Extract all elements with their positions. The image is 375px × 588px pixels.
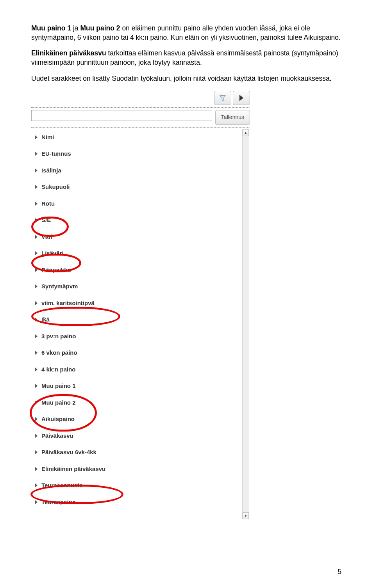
list-item-label: Päiväkasvu xyxy=(41,432,73,440)
scroll-up-icon[interactable]: ▲ xyxy=(243,129,249,136)
list-item-label: Rotu xyxy=(41,200,55,208)
filter-button[interactable] xyxy=(214,91,231,105)
save-button-label: Tallennus xyxy=(221,114,244,121)
list-item[interactable]: Muu paino 1 xyxy=(33,378,241,394)
list-item[interactable]: Elinikäinen päiväkasvu xyxy=(33,461,241,478)
chevron-right-icon xyxy=(35,202,38,206)
list-item[interactable]: Sukupuoli xyxy=(33,179,241,195)
play-icon xyxy=(239,95,243,101)
list-item-label: Nimi xyxy=(41,133,54,142)
list-item-label: Muu paino 2 xyxy=(41,399,76,407)
list-item[interactable]: 6 vkon paino xyxy=(33,345,241,361)
chevron-right-icon xyxy=(35,384,38,388)
chevron-right-icon xyxy=(35,284,38,288)
scroll-down-icon[interactable]: ▼ xyxy=(243,512,249,519)
list-item-label: Syntymäpvm xyxy=(41,282,78,291)
para1-mid: ja xyxy=(71,24,80,32)
list-item-label: Teuraspaino xyxy=(41,498,76,506)
search-input[interactable] xyxy=(31,110,212,121)
list-item-label: Isälinja xyxy=(41,167,61,175)
list-item-label: Ikä xyxy=(41,316,50,324)
chevron-right-icon xyxy=(35,185,38,189)
list-item[interactable]: Rotu xyxy=(33,195,241,212)
chevron-right-icon xyxy=(35,417,38,421)
save-button[interactable]: Tallennus xyxy=(215,110,250,125)
list-item[interactable]: viim. karitsointipvä xyxy=(33,295,241,312)
list-item[interactable]: Ikä xyxy=(33,311,241,328)
chevron-right-icon xyxy=(35,368,38,371)
list-item-label: Päiväkasvu 6vk-4kk xyxy=(41,448,96,457)
list-item-label: 4 kk:n paino xyxy=(41,366,76,374)
toolbar xyxy=(31,89,250,107)
chevron-right-icon xyxy=(35,334,38,338)
chevron-right-icon xyxy=(35,268,38,272)
chevron-right-icon xyxy=(35,450,38,454)
chevron-right-icon xyxy=(35,351,38,355)
list-item[interactable]: 3 pv:n paino xyxy=(33,328,241,345)
list-item[interactable]: 4 kk:n paino xyxy=(33,361,241,378)
list-item[interactable]: EU-tunnus xyxy=(33,146,241,162)
list-item[interactable]: Lisäväri xyxy=(33,245,241,262)
list-item[interactable]: Päiväkasvu xyxy=(33,428,241,444)
funnel-icon xyxy=(219,94,226,101)
chevron-right-icon xyxy=(35,467,38,471)
chevron-right-icon xyxy=(35,235,38,239)
scrollbar[interactable]: ▲ ▼ xyxy=(242,129,249,519)
chevron-right-icon xyxy=(35,135,38,139)
list-item[interactable]: Muu paino 2 xyxy=(33,394,241,411)
chevron-right-icon xyxy=(35,401,38,405)
list-item-label: Aikuispaino xyxy=(41,415,75,423)
chevron-right-icon xyxy=(35,500,38,504)
paragraph-2: Elinikäinen päiväkasvu tarkoittaa eläime… xyxy=(31,48,344,67)
paragraph-3: Uudet sarakkeet on lisätty Suodatin työk… xyxy=(31,74,344,83)
chevron-right-icon xyxy=(35,218,38,222)
list-item-label: S/E xyxy=(41,216,51,224)
chevron-right-icon xyxy=(35,483,38,487)
paragraph-1: Muu paino 1 ja Muu paino 2 on eläimen pu… xyxy=(31,23,344,42)
list-item-label: viim. karitsointipvä xyxy=(41,299,95,307)
list-item-label: EU-tunnus xyxy=(41,150,71,158)
bold-muu-paino-1: Muu paino 1 xyxy=(31,24,71,32)
filter-list: NimiEU-tunnusIsälinjaSukupuoliRotuS/EVär… xyxy=(31,127,250,521)
list-item-label: Elinikäinen päiväkasvu xyxy=(41,465,105,473)
list-item-label: Sukupuoli xyxy=(41,183,70,191)
chevron-right-icon xyxy=(35,152,38,156)
list-item[interactable]: Väri xyxy=(33,229,241,245)
list-item[interactable]: Nimi xyxy=(33,129,241,146)
list-item-label: Muu paino 1 xyxy=(41,382,76,390)
chevron-right-icon xyxy=(35,434,38,438)
list-item-label: Väri xyxy=(41,233,52,241)
list-item[interactable]: Pitopaikka xyxy=(33,262,241,279)
screenshot-embed: Tallennus NimiEU-tunnusIsälinjaSukupuoli… xyxy=(31,89,250,521)
list-item-label: Teurasennuste xyxy=(41,481,83,490)
chevron-right-icon xyxy=(35,169,38,172)
list-item[interactable]: Teuraspaino xyxy=(33,494,241,511)
search-row: Tallennus xyxy=(31,107,250,125)
play-button[interactable] xyxy=(233,91,250,105)
list-item[interactable]: Päiväkasvu 6vk-4kk xyxy=(33,444,241,461)
list-item-label: Lisäväri xyxy=(41,249,64,258)
list-item[interactable]: Syntymäpvm xyxy=(33,278,241,295)
list-item[interactable]: Aikuispaino xyxy=(33,411,241,428)
chevron-right-icon xyxy=(35,318,38,322)
list-item-label: 3 pv:n paino xyxy=(41,332,76,341)
chevron-right-icon xyxy=(35,251,38,255)
bold-elinikainen: Elinikäinen päiväkasvu xyxy=(31,49,106,57)
list-item[interactable]: S/E xyxy=(33,212,241,229)
chevron-right-icon xyxy=(35,301,38,305)
list-item[interactable]: Isälinja xyxy=(33,162,241,179)
list-item-label: 6 vkon paino xyxy=(41,349,77,357)
bold-muu-paino-2: Muu paino 2 xyxy=(80,24,120,32)
list-item[interactable]: Teurasennuste xyxy=(33,477,241,494)
list-item-label: Pitopaikka xyxy=(41,266,71,274)
